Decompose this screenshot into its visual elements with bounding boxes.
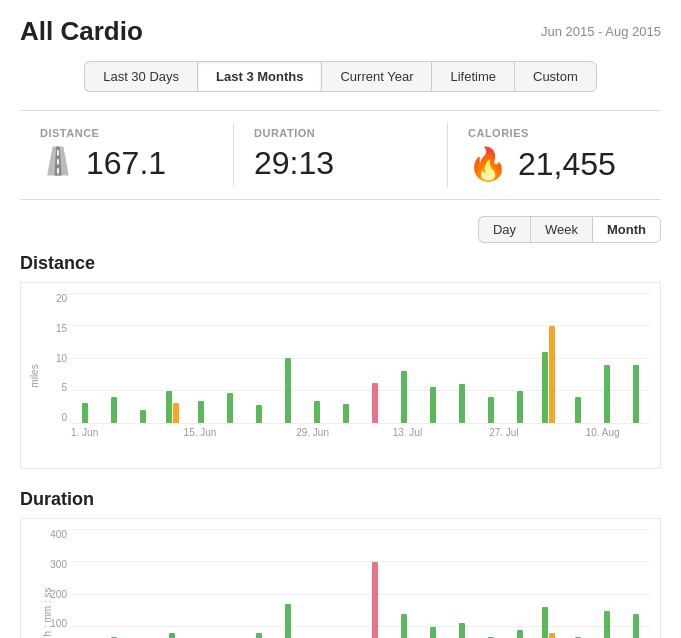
page-header: All Cardio Jun 2015 - Aug 2015 xyxy=(20,16,661,47)
distance-bars xyxy=(71,293,650,423)
bar xyxy=(430,627,436,638)
view-week-button[interactable]: Week xyxy=(530,216,592,243)
bar xyxy=(140,410,146,423)
dur-bar-7 xyxy=(274,604,303,638)
bar xyxy=(82,403,88,423)
dur-bar-11 xyxy=(389,614,418,638)
dur-bar-15 xyxy=(505,630,534,638)
bar xyxy=(314,401,320,423)
distance-chart: miles 20 15 10 5 0 xyxy=(20,282,661,469)
calories-stat: CALORIES 🔥 21,455 xyxy=(447,123,661,187)
bar xyxy=(372,562,378,638)
bar xyxy=(459,623,465,638)
bar-group-15 xyxy=(505,391,534,423)
calories-label: CALORIES xyxy=(468,127,641,139)
bar-group-13 xyxy=(447,384,476,423)
bar xyxy=(285,604,291,638)
duration-stat: DURATION 29:13 xyxy=(233,123,447,187)
bar-group-3 xyxy=(158,391,187,423)
duration-chart-title: Duration xyxy=(20,489,661,510)
tab-last3months[interactable]: Last 3 Months xyxy=(197,61,321,92)
bar xyxy=(401,371,407,423)
flame-icon: 🔥 xyxy=(468,145,508,183)
x-label-jun29: 29. Jun xyxy=(296,427,393,438)
bar xyxy=(549,326,555,423)
x-label-jun1: 1. Jun xyxy=(71,427,184,438)
bar xyxy=(542,607,548,638)
bar xyxy=(633,365,639,423)
date-range: Jun 2015 - Aug 2015 xyxy=(541,24,661,39)
stats-row: DISTANCE 167.1 DURATION 29:13 CALORIES 🔥… xyxy=(20,110,661,200)
dur-bar-19 xyxy=(621,614,650,638)
bar xyxy=(198,401,204,423)
dur-bar-13 xyxy=(447,623,476,638)
view-day-button[interactable]: Day xyxy=(478,216,530,243)
bar-group-18 xyxy=(592,365,621,423)
bar xyxy=(517,391,523,423)
x-label-aug10: 10. Aug xyxy=(586,427,650,438)
duration-chart-section: Duration h : mm : ss 400 300 200 100 0 xyxy=(20,489,661,638)
bar-group-7 xyxy=(274,358,303,423)
tab-last30days[interactable]: Last 30 Days xyxy=(84,61,197,92)
bar-group-11 xyxy=(389,371,418,423)
bar-group-17 xyxy=(563,397,592,423)
bar xyxy=(488,397,494,423)
distance-stat: DISTANCE 167.1 xyxy=(20,123,233,187)
bar xyxy=(169,633,175,638)
distance-chart-title: Distance xyxy=(20,253,661,274)
bar-group-16 xyxy=(534,326,563,423)
bar xyxy=(575,397,581,423)
bar-group-19 xyxy=(621,365,650,423)
bar-group-0 xyxy=(71,403,100,423)
dur-bar-12 xyxy=(418,627,447,638)
bar xyxy=(173,403,179,423)
bar xyxy=(372,383,378,423)
road-icon xyxy=(40,146,76,181)
time-range-tabs: Last 30 Days Last 3 Months Current Year … xyxy=(20,61,661,92)
dur-bar-16 xyxy=(534,607,563,638)
bar xyxy=(459,384,465,423)
x-label-jun15: 15. Jun xyxy=(184,427,297,438)
page-title: All Cardio xyxy=(20,16,143,47)
distance-value: 167.1 xyxy=(86,145,166,182)
bar-group-2 xyxy=(129,410,158,423)
duration-bars xyxy=(71,529,650,638)
bar xyxy=(256,633,262,638)
bar xyxy=(517,630,523,638)
distance-label: DISTANCE xyxy=(40,127,213,139)
view-month-button[interactable]: Month xyxy=(592,216,661,243)
distance-y-axis: 20 15 10 5 0 xyxy=(29,293,67,423)
bar xyxy=(166,391,172,423)
bar-group-8 xyxy=(303,401,332,423)
tab-custom[interactable]: Custom xyxy=(514,61,597,92)
dur-bar-18 xyxy=(592,611,621,638)
bar-group-4 xyxy=(187,401,216,423)
bar xyxy=(633,614,639,638)
bar xyxy=(604,365,610,423)
duration-chart-inner: 400 300 200 100 0 xyxy=(71,529,650,638)
bar-group-9 xyxy=(332,404,361,423)
bar xyxy=(549,633,555,638)
bar xyxy=(343,404,349,423)
calories-value: 21,455 xyxy=(518,146,616,183)
dur-bar-10 xyxy=(361,562,390,638)
bar xyxy=(604,611,610,638)
bar-group-5 xyxy=(216,393,245,423)
bar xyxy=(227,393,233,423)
dur-bar-3 xyxy=(158,633,187,638)
view-toggle: Day Week Month xyxy=(20,216,661,243)
bar xyxy=(111,397,117,423)
tab-currentyear[interactable]: Current Year xyxy=(321,61,431,92)
bar xyxy=(285,358,291,423)
x-label-jul13: 13. Jul xyxy=(393,427,490,438)
tab-lifetime[interactable]: Lifetime xyxy=(431,61,514,92)
bar-group-6 xyxy=(245,405,274,423)
duration-y-axis: 400 300 200 100 0 xyxy=(29,529,67,638)
bar-group-12 xyxy=(418,387,447,423)
bar-group-10 xyxy=(361,383,390,423)
bar xyxy=(542,352,548,423)
bar-group-14 xyxy=(476,397,505,423)
x-label-jul27: 27. Jul xyxy=(489,427,586,438)
dur-bar-6 xyxy=(245,633,274,638)
duration-value: 29:13 xyxy=(254,145,334,182)
